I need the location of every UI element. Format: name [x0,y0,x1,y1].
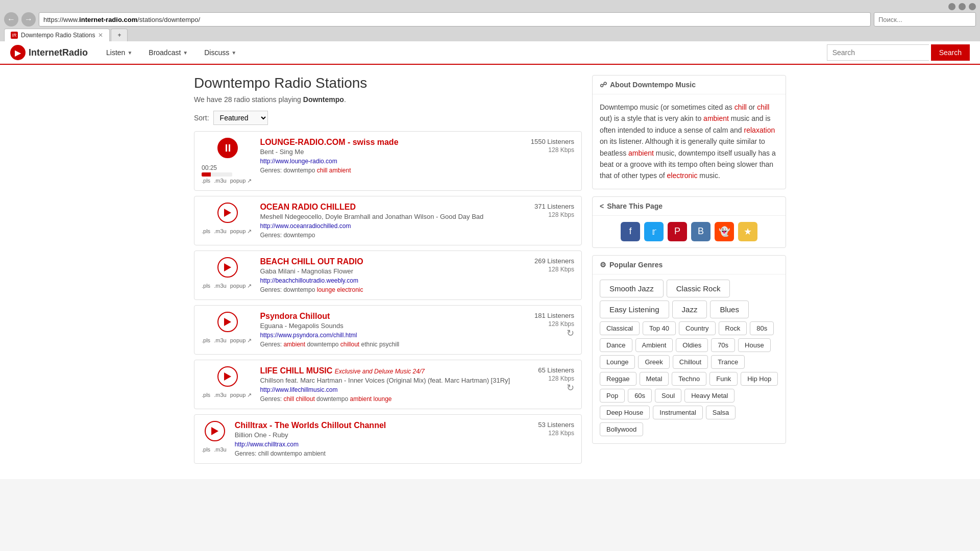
play-button[interactable] [217,203,238,223]
play-button[interactable] [217,257,238,278]
m3u-link[interactable]: .m3u [214,392,226,398]
close-btn[interactable] [969,3,976,10]
station-url-link[interactable]: http://www.lounge-radio.com [260,158,337,165]
genre-link[interactable]: ambient lounge [350,395,391,403]
relaxation-link[interactable]: relaxation [744,126,775,134]
tab-close-btn[interactable]: ✕ [98,32,103,39]
genre-link[interactable]: chillout [340,341,359,348]
station-name-link[interactable]: LOUNGE-RADIO.COM - swiss made [260,138,398,146]
pls-link[interactable]: .pls [202,283,210,289]
genre-tag[interactable]: Dance [600,338,632,352]
nav-listen[interactable]: Listen ▼ [98,41,140,64]
genre-tag[interactable]: Pop [600,389,625,403]
popup-link[interactable]: popup ↗ [230,228,252,234]
back-btn[interactable]: ← [4,12,18,27]
genre-tag[interactable]: Reggae [600,372,636,386]
active-tab[interactable]: IR Downtempo Radio Stations ✕ [4,29,110,41]
genre-tag[interactable]: Chillout [673,355,708,369]
m3u-link[interactable]: .m3u [214,283,226,289]
new-tab[interactable]: + [111,29,128,41]
browser-search-input[interactable] [874,12,976,27]
genre-tag[interactable]: Techno [672,372,706,386]
share-reddit-btn[interactable]: 👻 [715,222,734,241]
maximize-btn[interactable] [959,3,966,10]
genre-tag[interactable]: House [738,338,771,352]
search-button[interactable]: Search [931,44,970,61]
pls-link[interactable]: .pls [202,337,210,343]
genre-tag[interactable]: Lounge [600,355,635,369]
genre-link[interactable]: chill ambient [317,167,351,174]
station-url-link[interactable]: http://www.lifechillmusic.com [260,386,337,393]
forward-btn[interactable]: → [21,12,36,27]
station-url-link[interactable]: http://beachchilloutradio.weebly.com [260,277,358,284]
genre-tag[interactable]: Oldies [676,338,708,352]
popup-link[interactable]: popup ↗ [230,283,252,289]
genre-tag[interactable]: Country [679,321,716,335]
m3u-link[interactable]: .m3u [214,446,226,453]
play-button[interactable] [217,366,238,387]
station-name-link[interactable]: Chilltrax - The Worlds Chillout Channel [235,421,386,430]
ambient2-link[interactable]: ambient [628,149,654,157]
share-facebook-btn[interactable]: f [621,222,640,241]
logo-link[interactable]: ▶ InternetRadio [10,45,88,60]
genre-tag[interactable]: Deep House [600,406,650,419]
genre-tag[interactable]: Heavy Metal [684,389,734,403]
station-name-link[interactable]: LIFE CHILL MUSIC Exclusive and Deluxe Mu… [260,366,424,375]
m3u-link[interactable]: .m3u [214,228,226,234]
genre-tag[interactable]: Greek [638,355,669,369]
genre-link[interactable]: chill chillout [283,395,314,403]
nav-discuss[interactable]: Discuss ▼ [196,41,244,64]
genre-tag[interactable]: Classic Rock [667,280,730,297]
station-name-link[interactable]: OCEAN RADIO CHILLED [260,203,356,211]
station-url-link[interactable]: http://www.oceanradiochilled.com [260,222,351,230]
genre-tag[interactable]: Instrumental [653,406,703,419]
genre-tag[interactable]: Trance [711,355,745,369]
genre-tag[interactable]: Easy Listening [600,300,669,318]
station-url-link[interactable]: http://www.chilltrax.com [235,441,299,448]
share-vk-btn[interactable]: B [691,222,710,241]
chill1-link[interactable]: chill [734,103,747,111]
genre-tag[interactable]: Salsa [706,406,736,419]
genre-tag[interactable]: Jazz [672,300,707,318]
popup-link[interactable]: popup ↗ [230,178,252,184]
genre-tag[interactable]: Classical [600,321,640,335]
popup-link[interactable]: popup ↗ [230,392,252,398]
station-url-link[interactable]: https://www.psyndora.com/chill.html [260,332,357,339]
search-input[interactable] [827,44,929,61]
share-bookmark-btn[interactable]: ★ [738,222,757,241]
chill2-link[interactable]: chill [757,103,769,111]
sort-select[interactable]: Featured [213,111,268,125]
ambient1-link[interactable]: ambient [703,114,729,122]
m3u-link[interactable]: .m3u [214,178,226,184]
genre-tag[interactable]: Metal [640,372,669,386]
station-name-link[interactable]: BEACH CHILL OUT RADIO [260,257,363,266]
genre-link[interactable]: ambient [283,341,305,348]
share-twitter-btn[interactable]: 𝕣 [644,222,664,241]
pls-link[interactable]: .pls [202,392,210,398]
genre-tag[interactable]: Rock [719,321,747,335]
genre-tag[interactable]: 60s [628,389,652,403]
pls-link[interactable]: .pls [202,178,210,184]
genre-tag[interactable]: Smooth Jazz [600,280,664,297]
address-bar[interactable]: https://www.internet-radio.com/stations/… [39,12,871,27]
share-pinterest-btn[interactable]: P [668,222,687,241]
minimize-btn[interactable] [948,3,955,10]
genre-tag[interactable]: 80s [750,321,774,335]
genre-tag[interactable]: Ambient [635,338,673,352]
pause-button[interactable] [217,138,238,158]
genre-tag[interactable]: Soul [655,389,681,403]
nav-broadcast[interactable]: Broadcast ▼ [140,41,196,64]
pls-link[interactable]: .pls [202,228,210,234]
genre-tag[interactable]: Funk [709,372,738,386]
play-button[interactable] [205,421,225,441]
genre-tag[interactable]: Hip Hop [741,372,778,386]
pls-link[interactable]: .pls [202,446,210,453]
genre-tag[interactable]: 70s [711,338,735,352]
genre-tag[interactable]: Blues [710,300,749,318]
m3u-link[interactable]: .m3u [214,337,226,343]
genre-link[interactable]: lounge electronic [317,286,363,293]
popup-link[interactable]: popup ↗ [230,337,252,343]
electronic-link[interactable]: electronic [667,171,698,180]
genre-tag[interactable]: Top 40 [643,321,676,335]
genre-tag[interactable]: Bollywood [600,422,643,436]
